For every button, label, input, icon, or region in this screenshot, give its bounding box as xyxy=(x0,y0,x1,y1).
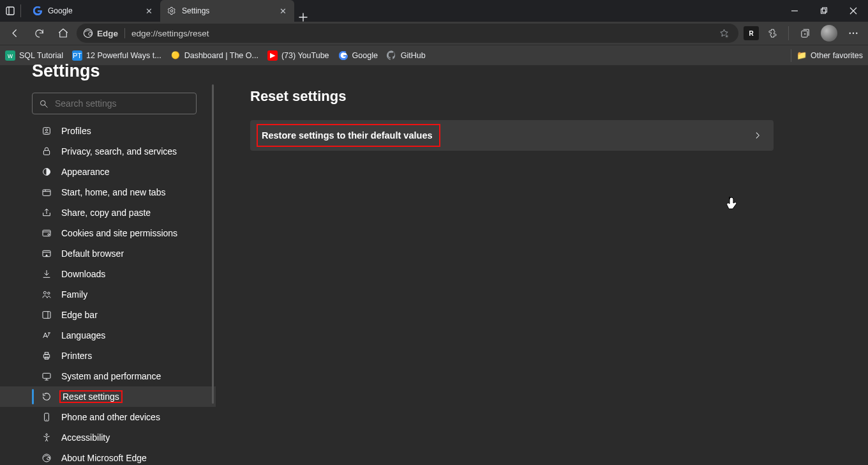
home-icon xyxy=(57,27,69,39)
accessibility-icon xyxy=(41,432,52,443)
sidebar-item-label: Printers xyxy=(61,351,92,361)
tabs-icon xyxy=(41,187,52,197)
close-window-button[interactable] xyxy=(839,0,868,22)
favorite-label: 12 Powerful Ways t... xyxy=(86,51,161,60)
sidebar-item-label: About Microsoft Edge xyxy=(61,453,147,463)
sidebar-item-label: Reset settings xyxy=(59,390,123,403)
sidebar-heading: Settings xyxy=(0,61,216,84)
favorite-label: Google xyxy=(352,51,378,60)
sidebar-item-printers[interactable]: Printers xyxy=(0,346,216,366)
tab-title: Google xyxy=(48,6,144,15)
sidebar-item-label: Start, home, and new tabs xyxy=(61,187,165,197)
svg-rect-4 xyxy=(821,9,826,13)
sidebar-item-accessibility[interactable]: Accessibility xyxy=(0,427,216,448)
favorite-google[interactable]: Google xyxy=(338,50,378,61)
favorite-sql-tutorial[interactable]: wSQL Tutorial xyxy=(5,50,63,61)
favorite-github[interactable]: GitHub xyxy=(387,50,426,61)
sidebar-item-label: Profiles xyxy=(61,126,91,136)
sidebar-scrollbar[interactable] xyxy=(212,84,214,404)
favorite-label: Dashboard | The O... xyxy=(184,51,258,60)
chevron-right-icon xyxy=(753,131,762,140)
tab-actions-button[interactable] xyxy=(0,0,15,22)
sidebar-item-label: System and performance xyxy=(61,371,161,381)
sidebar-item-family[interactable]: Family xyxy=(0,284,216,305)
svg-point-11 xyxy=(856,33,857,34)
settings-nav: Profiles Privacy, search, and services A… xyxy=(0,121,216,465)
sidebar-item-appearance[interactable]: Appearance xyxy=(0,162,216,182)
restore-defaults-button[interactable]: Restore settings to their default values… xyxy=(250,120,774,151)
svg-point-33 xyxy=(46,434,48,436)
minimize-button[interactable] xyxy=(780,0,809,22)
extensions-button[interactable] xyxy=(761,24,783,43)
search-settings[interactable] xyxy=(32,93,197,114)
svg-point-10 xyxy=(853,33,854,34)
sidebar-item-label: Edge bar xyxy=(61,310,98,320)
profile-button[interactable] xyxy=(818,24,840,43)
star-plus-icon xyxy=(719,28,730,39)
extension-badge[interactable]: R xyxy=(744,26,759,40)
more-icon xyxy=(848,27,859,39)
toolbar-right: R xyxy=(741,24,864,43)
sidebar-item-reset[interactable]: Reset settings xyxy=(0,386,216,407)
sidebar-item-downloads[interactable]: Downloads xyxy=(0,264,216,284)
w3-icon: w xyxy=(5,50,15,61)
svg-point-24 xyxy=(48,292,50,294)
svg-rect-27 xyxy=(43,354,49,358)
tab-settings[interactable]: Settings ✕ xyxy=(160,0,294,22)
menu-button[interactable] xyxy=(842,24,864,43)
cookies-icon xyxy=(41,228,52,238)
favorite-powerful-ways[interactable]: PT12 Powerful Ways t... xyxy=(72,50,161,61)
sidebar-item-share[interactable]: Share, copy and paste xyxy=(0,202,216,223)
sidebar-item-about[interactable]: About Microsoft Edge xyxy=(0,448,216,465)
youtube-icon: ▶ xyxy=(267,50,278,61)
appearance-icon xyxy=(41,167,52,177)
close-icon[interactable]: ✕ xyxy=(278,6,288,16)
sidebar-item-start[interactable]: Start, home, and new tabs xyxy=(0,182,216,202)
site-identity[interactable]: Edge xyxy=(83,28,118,38)
svg-rect-28 xyxy=(45,353,48,354)
sidebar-item-privacy[interactable]: Privacy, search, and services xyxy=(0,141,216,162)
sidebar-item-cookies[interactable]: Cookies and site permissions xyxy=(0,223,216,243)
settings-favicon-icon xyxy=(167,6,177,16)
favorite-youtube[interactable]: ▶(73) YouTube xyxy=(267,50,329,61)
svg-point-21 xyxy=(48,234,50,236)
sidebar-item-phone[interactable]: Phone and other devices xyxy=(0,407,216,427)
tab-title: Settings xyxy=(182,6,278,15)
maximize-icon xyxy=(820,7,828,15)
collections-icon xyxy=(800,28,811,39)
favorite-dashboard[interactable]: 🟡Dashboard | The O... xyxy=(170,50,258,61)
close-icon[interactable]: ✕ xyxy=(144,6,154,16)
refresh-button[interactable] xyxy=(28,24,50,43)
profile-icon xyxy=(41,126,52,136)
site-identity-label: Edge xyxy=(97,29,118,38)
sidebar-item-languages[interactable]: Languages xyxy=(0,325,216,346)
tab-list: Google ✕ Settings ✕ xyxy=(26,0,312,22)
new-tab-button[interactable] xyxy=(294,13,312,22)
maximize-button[interactable] xyxy=(809,0,839,22)
sidebar-item-label: Default browser xyxy=(61,248,124,259)
google-favicon-icon xyxy=(33,6,43,16)
sidebar-item-label: Languages xyxy=(61,330,105,340)
svg-line-14 xyxy=(45,105,47,107)
sidebar-item-profiles[interactable]: Profiles xyxy=(0,121,216,141)
other-favorites[interactable]: 📁Other favorites xyxy=(797,50,863,60)
search-input[interactable] xyxy=(55,98,190,109)
sidebar-item-label: Appearance xyxy=(61,167,110,177)
favorite-button[interactable] xyxy=(715,24,732,43)
tab-google[interactable]: Google ✕ xyxy=(26,0,160,22)
url-text: edge://settings/reset xyxy=(131,29,209,38)
svg-rect-25 xyxy=(43,312,50,319)
svg-rect-17 xyxy=(43,151,49,155)
collections-button[interactable] xyxy=(794,24,816,43)
sidebar-item-edge-bar[interactable]: Edge bar xyxy=(0,305,216,325)
sidebar-item-default-browser[interactable]: Default browser xyxy=(0,243,216,264)
home-button[interactable] xyxy=(52,24,74,43)
edgebar-icon xyxy=(41,310,52,320)
github-icon xyxy=(387,50,397,61)
back-button[interactable] xyxy=(4,24,26,43)
svg-rect-30 xyxy=(43,373,50,378)
sidebar-item-system[interactable]: System and performance xyxy=(0,366,216,386)
share-icon xyxy=(41,208,52,218)
address-bar[interactable]: Edge edge://settings/reset xyxy=(77,24,738,43)
separator xyxy=(124,28,125,38)
